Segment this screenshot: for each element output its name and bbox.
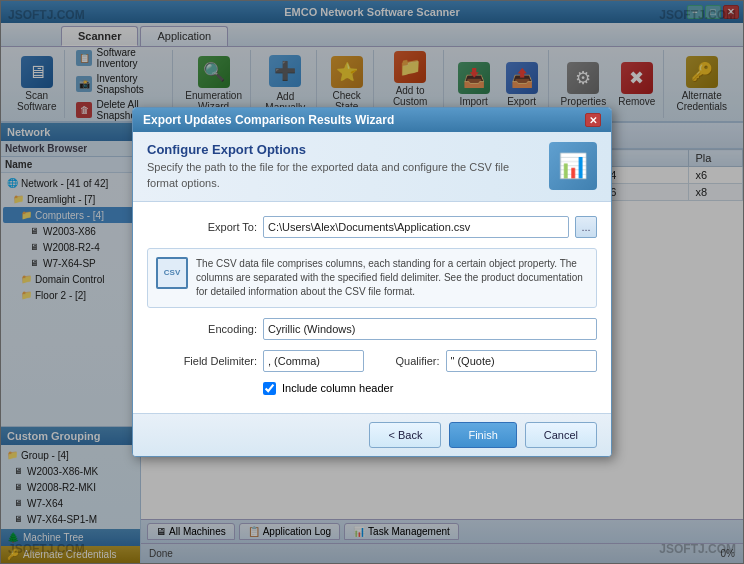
modal-form: Export To: ... CSV The CSV data file com… [133,202,611,413]
modal-title: Export Updates Comparison Results Wizard [143,113,394,127]
cancel-button[interactable]: Cancel [525,422,597,448]
back-button[interactable]: < Back [369,422,441,448]
modal-step-title: Configure Export Options [147,142,539,157]
export-to-label: Export To: [147,221,257,233]
encoding-select[interactable]: Cyrillic (Windows)UTF-8UTF-16ANSIASCII [263,318,597,340]
finish-button[interactable]: Finish [449,422,516,448]
modal-footer: < Back Finish Cancel [133,413,611,456]
export-to-row: Export To: ... [147,216,597,238]
modal-overlay: Export Updates Comparison Results Wizard… [0,0,744,564]
modal-step-header: Configure Export Options Specify the pat… [133,132,611,202]
qualifier-label: Qualifier: [370,355,440,367]
modal-titlebar: Export Updates Comparison Results Wizard… [133,108,611,132]
browse-button[interactable]: ... [575,216,597,238]
app-window: EMCO Network Software Scanner − □ ✕ Scan… [0,0,744,564]
field-delimiter-select[interactable]: , (Comma); (Semicolon)\t (Tab)| (Pipe) [263,350,364,372]
modal-step-content: Configure Export Options Specify the pat… [147,142,539,191]
csv-info-text: The CSV data file comprises columns, eac… [196,257,588,299]
encoding-label: Encoding: [147,323,257,335]
csv-info-box: CSV The CSV data file comprises columns,… [147,248,597,308]
delimiter-qualifier-row: Field Delimiter: , (Comma); (Semicolon)\… [147,350,597,372]
modal-close-button[interactable]: ✕ [585,113,601,127]
export-to-input[interactable] [263,216,569,238]
include-header-checkbox[interactable] [263,382,276,395]
modal-body: Export To: ... CSV The CSV data file com… [133,202,611,413]
field-delimiter-label: Field Delimiter: [147,355,257,367]
modal-step-icon: 📊 [549,142,597,190]
qualifier-select[interactable]: " (Quote)' (Single Quote)(None) [446,350,598,372]
csv-icon: CSV [156,257,188,289]
encoding-row: Encoding: Cyrillic (Windows)UTF-8UTF-16A… [147,318,597,340]
include-header-label: Include column header [282,382,393,394]
modal-step-desc: Specify the path to the file for the exp… [147,160,539,191]
include-header-row: Include column header [263,382,597,395]
export-wizard-modal: Export Updates Comparison Results Wizard… [132,107,612,457]
